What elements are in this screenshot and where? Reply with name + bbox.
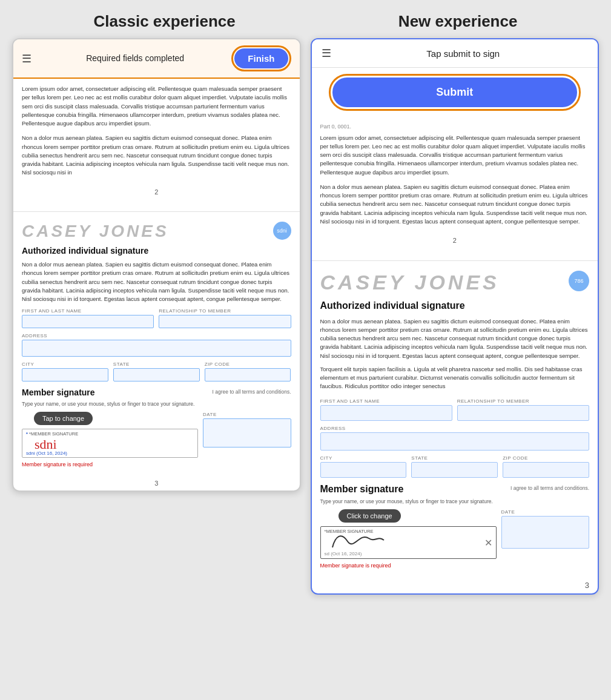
classic-sig-field: Tap to change * *MEMBER SIGNATURE sdni s… bbox=[22, 412, 198, 458]
classic-city-field: CITY bbox=[22, 362, 108, 381]
new-sig-box[interactable]: *MEMBER SIGNATURE sd (Oct 16, 2024) ✕ bbox=[320, 526, 497, 559]
classic-panel: ☰ Required fields completed Finish Lorem… bbox=[12, 38, 301, 492]
classic-address-field: ADDRESS bbox=[22, 333, 291, 357]
new-type-text: Type your name, or use your mouse, stylu… bbox=[320, 498, 590, 504]
classic-sig-row: Tap to change * *MEMBER SIGNATURE sdni s… bbox=[22, 412, 291, 458]
new-city-input[interactable] bbox=[320, 462, 407, 478]
new-badge: 786 bbox=[569, 271, 589, 291]
classic-sig-label-text: *MEMBER SIGNATURE bbox=[29, 431, 78, 437]
new-auth-sig-title: Authorized individual signature bbox=[320, 300, 590, 311]
submit-btn-wrapper: Submit bbox=[329, 74, 581, 111]
new-sig-body1: Non a dolor mus aenean platea. Sapien eu… bbox=[320, 317, 590, 360]
new-first-last-input[interactable] bbox=[320, 405, 452, 421]
classic-member-sig: Member signature I agree to all terms an… bbox=[22, 388, 291, 467]
new-date-field: DATE bbox=[501, 509, 590, 559]
new-member-sig: Member signature I agree to all terms an… bbox=[320, 484, 590, 569]
new-first-last-field: FIRST AND LAST NAME bbox=[320, 398, 452, 421]
classic-agree-text: I agree to all terms and conditions. bbox=[213, 389, 291, 395]
classic-date-label: DATE bbox=[203, 412, 291, 417]
classic-relationship-label: RELATIONSHIP TO MEMBER bbox=[159, 308, 291, 314]
new-page-number-1: 2 bbox=[320, 232, 590, 249]
new-zip-label: ZIP CODE bbox=[503, 455, 589, 461]
submit-btn-container: Submit bbox=[320, 74, 590, 111]
new-sig-body2: Torquent elit turpis sapien facilisis a.… bbox=[320, 365, 590, 391]
classic-address-input[interactable] bbox=[22, 340, 291, 357]
new-address-input[interactable] bbox=[320, 432, 590, 451]
classic-title: Classic experience bbox=[94, 12, 236, 31]
finish-button[interactable]: Finish bbox=[234, 48, 288, 68]
classic-badge: sdni bbox=[273, 222, 291, 240]
classic-date-input[interactable] bbox=[203, 418, 291, 447]
new-relationship-label: RELATIONSHIP TO MEMBER bbox=[457, 398, 589, 404]
classic-relationship-input[interactable] bbox=[159, 315, 291, 328]
new-zip-field: ZIP CODE bbox=[503, 455, 589, 478]
new-title: New experience bbox=[398, 12, 518, 31]
classic-state-input[interactable] bbox=[113, 368, 200, 381]
new-sig-date: sd (Oct 16, 2024) bbox=[325, 551, 362, 556]
new-state-input[interactable] bbox=[411, 462, 498, 478]
classic-member-sig-header: Member signature I agree to all terms an… bbox=[22, 388, 291, 397]
new-form-grid-1: FIRST AND LAST NAME RELATIONSHIP TO MEMB… bbox=[320, 398, 590, 451]
classic-first-last-label: FIRST AND LAST NAME bbox=[22, 308, 154, 314]
new-address-label: ADDRESS bbox=[320, 426, 590, 431]
classic-zip-input[interactable] bbox=[205, 368, 291, 381]
classic-state-label: STATE bbox=[113, 362, 200, 367]
clear-icon[interactable]: ✕ bbox=[484, 537, 492, 548]
submit-button[interactable]: Submit bbox=[332, 78, 578, 107]
classic-first-last-input[interactable] bbox=[22, 315, 154, 328]
new-error: Member signature is required bbox=[320, 563, 590, 569]
classic-zip-label: ZIP CODE bbox=[205, 362, 291, 367]
new-date-input[interactable] bbox=[501, 516, 590, 549]
classic-sig-body: Non a dolor mus aenean platea. Sapien eu… bbox=[22, 260, 291, 303]
classic-auth-sig-title: Authorized individual signature bbox=[22, 246, 291, 256]
classic-city-input[interactable] bbox=[22, 368, 108, 381]
classic-city-label: CITY bbox=[22, 362, 108, 367]
new-member-sig-title: Member signature bbox=[320, 484, 404, 495]
new-part-label: Part 0, 0001. bbox=[320, 123, 590, 131]
new-signature-section: CASEY JONES 786 Authorized individual si… bbox=[312, 266, 598, 577]
classic-lorem1: Lorem ipsum odor amet, consectetuer adip… bbox=[22, 85, 291, 128]
new-zip-input[interactable] bbox=[503, 462, 589, 478]
classic-scroll[interactable]: ☰ Required fields completed Finish Lorem… bbox=[13, 39, 300, 490]
new-sig-svg bbox=[329, 529, 402, 551]
new-header: ☰ Tap submit to sign bbox=[312, 39, 598, 68]
new-lorem1: Lorem ipsum odor amet, consectetuer adip… bbox=[320, 134, 590, 177]
classic-relationship-field: RELATIONSHIP TO MEMBER bbox=[159, 308, 291, 328]
new-agree-text: I agree to all terms and conditions. bbox=[510, 485, 589, 491]
classic-page1: Lorem ipsum odor amet, consectetuer adip… bbox=[13, 79, 300, 206]
classic-header-title: Required fields completed bbox=[39, 53, 231, 64]
new-city-field: CITY bbox=[320, 455, 407, 478]
new-click-tooltip-wrapper: Click to change bbox=[320, 509, 497, 526]
classic-sig-asterisk: * bbox=[26, 431, 28, 437]
new-relationship-input[interactable] bbox=[457, 405, 589, 421]
new-form-grid-3: CITY STATE ZIP CODE bbox=[320, 455, 590, 478]
new-state-field: STATE bbox=[411, 455, 498, 478]
panels-container: ☰ Required fields completed Finish Lorem… bbox=[12, 38, 599, 595]
main-header: Classic experience New experience bbox=[12, 12, 599, 31]
classic-error: Member signature is required bbox=[22, 461, 291, 467]
classic-casey-jones: CASEY JONES bbox=[22, 222, 169, 241]
new-address-field: ADDRESS bbox=[320, 426, 590, 451]
classic-state-field: STATE bbox=[113, 362, 200, 381]
classic-sig-name-date: sdni (Oct 16, 2024) bbox=[26, 451, 67, 456]
classic-signature-section: CASEY JONES sdni Authorized individual s… bbox=[13, 217, 300, 476]
new-scroll[interactable]: ☰ Tap submit to sign Submit Part 0, 0001… bbox=[312, 39, 598, 593]
classic-hamburger-icon[interactable]: ☰ bbox=[22, 52, 31, 65]
classic-first-last-field: FIRST AND LAST NAME bbox=[22, 308, 154, 328]
classic-zip-field: ZIP CODE bbox=[205, 362, 291, 381]
new-hamburger-icon[interactable]: ☰ bbox=[322, 47, 331, 60]
classic-form-grid-1: FIRST AND LAST NAME RELATIONSHIP TO MEMB… bbox=[22, 308, 291, 357]
new-click-tooltip: Click to change bbox=[339, 509, 401, 523]
classic-lorem2: Non a dolor mus aenean platea. Sapien eu… bbox=[22, 134, 291, 177]
classic-type-text: Type your name, or use your mouse, stylu… bbox=[22, 401, 291, 407]
new-city-label: CITY bbox=[320, 455, 407, 461]
classic-sig-box[interactable]: * *MEMBER SIGNATURE sdni sdni (Oct 16, 2… bbox=[22, 429, 198, 458]
classic-form-grid-3: CITY STATE ZIP CODE bbox=[22, 362, 291, 381]
classic-tap-tooltip-wrapper: Tap to change bbox=[22, 412, 198, 429]
new-first-last-label: FIRST AND LAST NAME bbox=[320, 398, 452, 404]
new-date-label: DATE bbox=[501, 509, 590, 515]
classic-header: ☰ Required fields completed Finish bbox=[13, 39, 300, 79]
classic-sig-label: * *MEMBER SIGNATURE bbox=[26, 431, 78, 437]
classic-page-number-1: 2 bbox=[22, 183, 291, 201]
classic-date-field: DATE bbox=[203, 412, 291, 458]
